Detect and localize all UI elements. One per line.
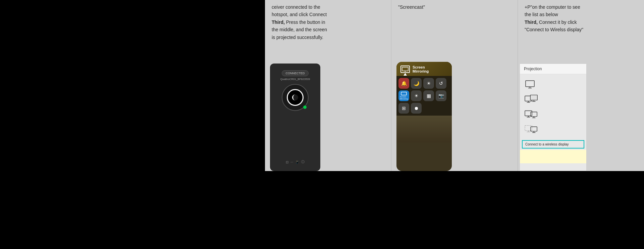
ios-scan-btn: ⊞: [398, 103, 409, 114]
bottom-black-bar: [0, 171, 644, 249]
screen-mirror-icon: [400, 66, 410, 73]
col3-text: +P"on the computer to see the list as be…: [525, 0, 637, 34]
col1-line3: Third, Press the button in: [272, 18, 384, 26]
ios-screenmirror-btn[interactable]: ScreenMirroring: [398, 90, 409, 101]
col3-line2: the list as below: [525, 11, 637, 18]
dots-icon: ···: [290, 160, 293, 164]
proj-option-1[interactable]: [523, 77, 584, 92]
col1-line5: is projected successfully.: [272, 34, 384, 41]
ios-wifi-btn: ▦: [423, 90, 434, 101]
dial-indicator: [292, 94, 298, 100]
ios-bottom-area: [396, 116, 452, 142]
ios-row-3: ⊞ ⏺: [398, 103, 450, 114]
col1-line1: ceiver connected to the: [272, 3, 384, 11]
proj-option-3[interactable]: [523, 107, 584, 121]
svg-rect-0: [402, 67, 408, 71]
info-icon: ⓘ: [301, 160, 305, 164]
proj-option-2[interactable]: [523, 92, 584, 107]
svg-rect-2: [526, 81, 534, 87]
col3-line4: "Connect to Wirelss display": [525, 26, 637, 33]
device-bottom-icons: ⊡ ··· 📱 ⓘ: [286, 160, 305, 164]
dial-inner: [287, 89, 304, 106]
green-dot: [303, 106, 307, 109]
screen-mirror-label: ScreenMirroring: [413, 65, 429, 73]
windows-projection-panel: Projection: [520, 64, 587, 171]
ios-alarm-btn: 🔔: [398, 78, 409, 89]
dial-circle: [282, 84, 309, 111]
connect-wireless-button[interactable]: Connect to a wireless display: [522, 140, 584, 149]
connected-badge: CONNECTED: [282, 70, 308, 76]
col1-line4: the middle, and the screen: [272, 26, 384, 33]
phone-icon: 📱: [295, 160, 299, 164]
col2-text: "Screencast": [398, 0, 511, 11]
ios-moon-btn: 🌙: [411, 78, 422, 89]
ios-rotation-btn: ↺: [436, 78, 446, 89]
single-monitor-icon: [525, 80, 538, 89]
proj-option-4[interactable]: [523, 121, 584, 136]
device-screenshot-1: CONNECTED QuattroCR01_BF823539 ⊡ ··· 📱 ⓘ: [270, 64, 320, 171]
projection-options: [520, 74, 586, 139]
ios-row-2: ScreenMirroring ☀ ▦ 📷: [398, 90, 450, 101]
col1-line2: hotspot, and click Connect: [272, 11, 384, 18]
projection-title: Projection: [524, 67, 542, 71]
ios-row-1: 🔔 🌙 ☀ ↺: [398, 78, 450, 89]
device-name: QuattroCR01_BF823539: [280, 78, 310, 81]
ios-camera-btn: 📷: [436, 90, 446, 101]
ios-controls: 🔔 🌙 ☀ ↺ ScreenMirroring ☀ ▦: [396, 76, 452, 116]
ios-brightness-btn: ☀: [423, 78, 434, 89]
cast-icon: ⊡: [286, 160, 288, 164]
col2-screencast: "Screencast": [398, 3, 511, 11]
ios-screenshot: ScreenMirroring 🔔 🌙 ☀ ↺: [396, 62, 452, 171]
col3-line1: +P"on the computer to see: [525, 3, 637, 11]
ios-header: ScreenMirroring: [396, 62, 452, 76]
extend-monitors-icon: [525, 109, 538, 119]
duplicate-monitors-icon: [525, 94, 538, 104]
projection-header: Projection: [520, 64, 586, 74]
ios-sun2-btn: ☀: [411, 90, 422, 101]
svg-rect-8: [530, 95, 537, 100]
svg-rect-1: [401, 92, 407, 95]
ios-record-btn: ⏺: [411, 103, 422, 114]
second-screen-only-icon: [525, 124, 538, 133]
yellow-area: [520, 150, 586, 163]
col1-text: ceiver connected to the hotspot, and cli…: [272, 0, 384, 41]
col3-line3: Third, Connect it by click: [525, 18, 637, 26]
